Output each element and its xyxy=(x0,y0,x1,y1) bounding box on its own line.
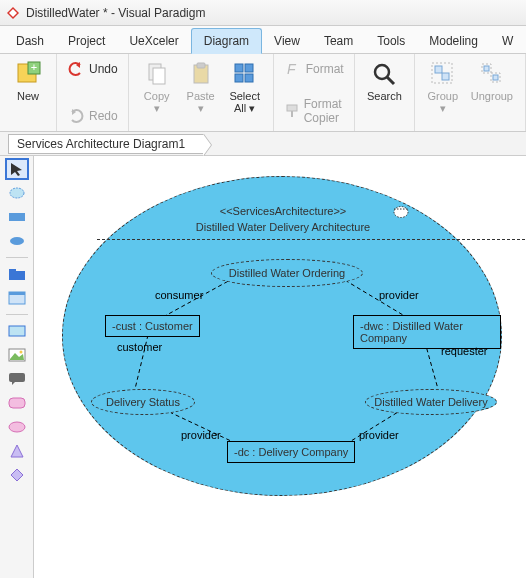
svg-point-28 xyxy=(10,188,24,198)
redo-label: Redo xyxy=(89,109,118,123)
paste-button[interactable]: Paste▾ xyxy=(179,58,223,116)
window-title: DistilledWater * - Visual Paradigm xyxy=(26,6,205,20)
svg-rect-31 xyxy=(9,271,25,280)
select-all-label: Select All ▾ xyxy=(229,90,260,114)
svg-line-19 xyxy=(387,77,394,84)
svg-rect-22 xyxy=(442,73,449,80)
contract-ordering[interactable]: Distilled Water Ordering xyxy=(211,259,363,287)
svg-rect-17 xyxy=(291,111,293,117)
svg-text:+: + xyxy=(31,61,37,73)
new-button[interactable]: + New xyxy=(6,58,50,104)
menu-diagram[interactable]: Diagram xyxy=(191,28,262,54)
palette-ellipse-solid[interactable] xyxy=(7,232,27,250)
menu-uexceler[interactable]: UeXceler xyxy=(117,29,190,53)
svg-rect-34 xyxy=(9,292,25,295)
undo-label: Undo xyxy=(89,62,118,76)
format-icon: F xyxy=(284,60,302,78)
role-provider-3: provider xyxy=(359,429,399,441)
new-label: New xyxy=(17,90,39,102)
format-copier-button[interactable]: Format Copier xyxy=(280,95,348,127)
participant-customer[interactable]: -cust : Customer xyxy=(105,315,200,337)
svg-rect-32 xyxy=(9,269,16,272)
svg-rect-35 xyxy=(9,326,25,336)
search-button[interactable]: Search xyxy=(361,58,408,104)
palette-folder[interactable] xyxy=(7,265,27,283)
breadcrumb-current[interactable]: Services Architecture Diagram1 xyxy=(8,134,204,154)
paste-icon xyxy=(187,60,215,88)
palette-triangle[interactable] xyxy=(7,442,27,460)
format-label: Format xyxy=(306,62,344,76)
stereotype-label: <<ServicesArchitecture>> xyxy=(63,205,503,217)
titlebar: DistilledWater * - Visual Paradigm xyxy=(0,0,526,26)
contract-status[interactable]: Delivery Status xyxy=(91,389,195,415)
architecture-icon xyxy=(393,205,409,219)
group-button[interactable]: Group▾ xyxy=(421,58,465,116)
palette-ellipse-pink[interactable] xyxy=(7,418,27,436)
palette-rounded[interactable] xyxy=(7,394,27,412)
menu-tools[interactable]: Tools xyxy=(365,29,417,53)
redo-icon xyxy=(67,107,85,125)
new-icon: + xyxy=(14,60,42,88)
group-label: Group▾ xyxy=(428,90,459,114)
menu-bar: Dash Project UeXceler Diagram View Team … xyxy=(0,26,526,54)
ungroup-label: Ungroup xyxy=(471,90,513,102)
palette-ellipse-dashed[interactable] xyxy=(7,184,27,202)
svg-rect-41 xyxy=(9,398,25,408)
select-all-icon xyxy=(231,60,259,88)
participant-dc[interactable]: -dc : Delivery Company xyxy=(227,441,355,463)
svg-rect-26 xyxy=(493,75,498,80)
menu-team[interactable]: Team xyxy=(312,29,365,53)
palette-window[interactable] xyxy=(7,289,27,307)
palette-image[interactable] xyxy=(7,346,27,364)
svg-point-18 xyxy=(375,65,389,79)
svg-rect-11 xyxy=(235,64,243,72)
svg-rect-13 xyxy=(235,74,243,82)
redo-button[interactable]: Redo xyxy=(63,105,122,127)
participant-dwc[interactable]: -dwc : Distilled Water Company xyxy=(353,315,501,349)
paste-label: Paste▾ xyxy=(187,90,215,114)
diagram-canvas[interactable]: <<ServicesArchitecture>> Distilled Water… xyxy=(34,156,526,578)
ungroup-icon xyxy=(478,60,506,88)
svg-text:F: F xyxy=(287,61,297,77)
role-provider-1: provider xyxy=(379,289,419,301)
role-requester: requester xyxy=(441,345,487,357)
palette-rect-blue[interactable] xyxy=(7,208,27,226)
svg-point-45 xyxy=(394,207,408,218)
svg-rect-14 xyxy=(245,74,253,82)
architecture-title: Distilled Water Delivery Architecture xyxy=(63,221,503,233)
format-copier-icon xyxy=(284,102,300,120)
menu-view[interactable]: View xyxy=(262,29,312,53)
ungroup-button[interactable]: Ungroup xyxy=(465,58,519,104)
search-label: Search xyxy=(367,90,402,102)
format-button[interactable]: F Format xyxy=(280,58,348,80)
svg-rect-39 xyxy=(9,373,25,382)
palette-rect-outline[interactable] xyxy=(7,322,27,340)
select-all-button[interactable]: Select All ▾ xyxy=(223,58,267,116)
role-provider-2: provider xyxy=(181,429,221,441)
breadcrumb-bar: Services Architecture Diagram1 xyxy=(0,132,526,156)
group-icon xyxy=(429,60,457,88)
app-logo-icon xyxy=(6,6,20,20)
svg-marker-44 xyxy=(11,469,23,481)
svg-marker-27 xyxy=(11,163,22,176)
menu-dash[interactable]: Dash xyxy=(4,29,56,53)
menu-modeling[interactable]: Modeling xyxy=(417,29,490,53)
ribbon: + New Undo Redo Copy▾ Paste▾ Select All … xyxy=(0,54,526,132)
undo-button[interactable]: Undo xyxy=(63,58,122,80)
menu-project[interactable]: Project xyxy=(56,29,117,53)
svg-rect-10 xyxy=(197,63,205,68)
services-architecture-shape[interactable]: <<ServicesArchitecture>> Distilled Water… xyxy=(62,176,502,496)
svg-point-42 xyxy=(9,422,25,432)
palette-callout[interactable] xyxy=(7,370,27,388)
svg-point-38 xyxy=(19,351,22,354)
menu-window[interactable]: W xyxy=(490,29,525,53)
palette-cursor[interactable] xyxy=(7,160,27,178)
undo-icon xyxy=(67,60,85,78)
role-customer: customer xyxy=(117,341,162,353)
contract-delivery[interactable]: Distilled Water Delivery xyxy=(365,389,497,415)
copy-button[interactable]: Copy▾ xyxy=(135,58,179,116)
palette-diamond[interactable] xyxy=(7,466,27,484)
svg-rect-12 xyxy=(245,64,253,72)
format-copier-label: Format Copier xyxy=(304,97,344,125)
copy-icon xyxy=(143,60,171,88)
